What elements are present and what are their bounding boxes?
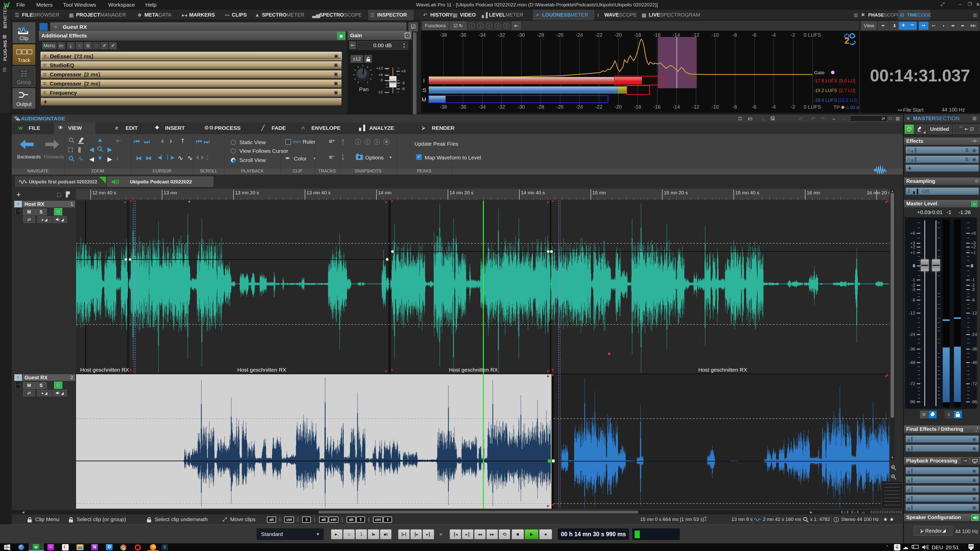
svg-text:Host geschnitten RX: Host geschnitten RX xyxy=(449,367,498,373)
svg-text:Host geschnitten RX: Host geschnitten RX xyxy=(80,367,129,373)
svg-text:Host geschnitten RX: Host geschnitten RX xyxy=(698,367,747,373)
svg-text:Host geschnitten RX: Host geschnitten RX xyxy=(237,367,286,373)
svg-text:2: 2 xyxy=(845,35,850,45)
